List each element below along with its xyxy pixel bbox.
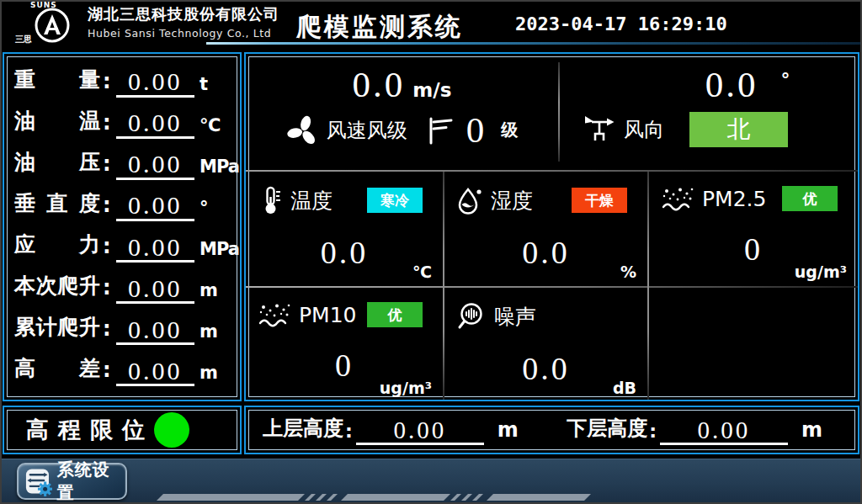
settings-sliders-icon bbox=[24, 466, 52, 496]
sensor-unit: ug/m³ bbox=[380, 379, 432, 397]
metric-unit: MPa bbox=[200, 157, 231, 177]
lower-height-label: 下层高度 bbox=[567, 415, 647, 442]
upper-height-underline: 0.00 bbox=[356, 417, 484, 445]
status-badge: 寒冷 bbox=[367, 188, 423, 213]
metric-underline: 0.00 bbox=[116, 234, 194, 263]
wind-speed-unit: m/s bbox=[412, 79, 451, 101]
metric-label: 重 量 bbox=[14, 66, 100, 93]
upper-height-value: 0.00 bbox=[393, 416, 446, 443]
metric-value: 0.00 bbox=[128, 67, 183, 95]
water-drop-icon bbox=[456, 185, 483, 215]
colon: : bbox=[103, 111, 111, 135]
metric-underline: 0.00 bbox=[116, 68, 194, 98]
header-divider bbox=[206, 42, 862, 45]
colon: : bbox=[103, 235, 111, 258]
metric-row-verticality: 垂直度: 0.00 ° bbox=[14, 189, 231, 221]
elevation-limit-status-light bbox=[154, 412, 189, 448]
layer-height-box: 上层高度: 0.00 m 下层高度: 0.00 m bbox=[244, 406, 859, 454]
header: SUNS 三思 湖北三思科技股份有限公司 Hubei Sansi Technol… bbox=[0, 0, 862, 48]
sensor-cell-temperature: 温度 寒冷 0.0 ℃ bbox=[246, 172, 443, 286]
decor-slash bbox=[305, 494, 316, 501]
metric-unit: m bbox=[200, 321, 231, 342]
decor-slash bbox=[472, 494, 483, 501]
decor-slash bbox=[327, 494, 338, 501]
metric-label: 垂直度 bbox=[14, 189, 100, 217]
metric-value: 0.00 bbox=[128, 233, 183, 261]
metric-row-current-climb: 本次爬升: 0.00 m bbox=[14, 272, 231, 304]
metric-underline: 0.00 bbox=[116, 109, 194, 139]
decor-slash bbox=[450, 494, 461, 501]
decor-slash bbox=[461, 494, 472, 501]
company-name-block: 湖北三思科技股份有限公司 Hubei Sansi Technology Co.,… bbox=[88, 5, 279, 40]
metric-label: 应 力 bbox=[14, 231, 100, 258]
particles-icon bbox=[258, 301, 291, 328]
upper-height-label: 上层高度 bbox=[263, 415, 343, 442]
metric-label: 油 压 bbox=[14, 148, 100, 176]
fan-icon bbox=[286, 114, 320, 147]
metric-value: 0.00 bbox=[128, 274, 183, 302]
wind-level-flag-icon bbox=[426, 115, 455, 146]
wind-level-value: 0 bbox=[466, 112, 485, 148]
metric-unit: m bbox=[200, 280, 231, 300]
system-settings-label: 系统设置 bbox=[57, 459, 125, 504]
colon: : bbox=[103, 317, 111, 341]
metric-underline: 0.00 bbox=[116, 192, 194, 221]
sensor-unit: % bbox=[620, 263, 636, 281]
noise-meter-icon bbox=[456, 301, 487, 332]
metric-unit: m bbox=[200, 363, 231, 383]
sensor-unit: dB bbox=[613, 379, 636, 397]
particles-icon bbox=[661, 185, 694, 212]
metric-value: 0.00 bbox=[128, 150, 183, 178]
metric-unit: ° bbox=[200, 198, 231, 218]
wind-direction-block: 0.0 ° 风向 北 bbox=[560, 54, 858, 170]
sensor-cell-pm10: PM10 优 0 ug/m³ bbox=[246, 288, 443, 402]
elevation-limit-box: 高程限位 bbox=[3, 406, 242, 454]
logo-text-sansi: 三思 bbox=[15, 34, 32, 45]
metric-value: 0.00 bbox=[128, 316, 183, 343]
lower-height-value: 0.00 bbox=[698, 416, 751, 443]
wind-speed-value: 0.0 bbox=[353, 66, 406, 103]
sensor-unit: ℃ bbox=[412, 263, 432, 281]
company-logo: SUNS 三思 bbox=[13, 1, 82, 47]
colon: : bbox=[103, 358, 111, 382]
wind-speed-block: 0.0 m/s 风速风级 bbox=[246, 54, 558, 170]
colon: : bbox=[103, 276, 111, 300]
decor-bar bbox=[157, 494, 305, 501]
colon: : bbox=[103, 152, 111, 176]
metric-row-oil-pressure: 油 压: 0.00 MPa bbox=[14, 148, 231, 180]
metrics-panel: 重 量: 0.00 t 油 温: 0.00 ℃ 油 压: 0.00 MPa 垂直… bbox=[3, 52, 242, 401]
sensor-label: 噪声 bbox=[494, 303, 536, 331]
sensor-label: PM2.5 bbox=[702, 187, 766, 211]
metric-unit: ℃ bbox=[200, 115, 231, 135]
metric-label: 累计爬升 bbox=[14, 313, 100, 341]
sensor-label: 湿度 bbox=[491, 187, 533, 215]
metric-row-oil-temp: 油 温: 0.00 ℃ bbox=[14, 107, 231, 139]
sensor-cell-noise: 噪声 0.0 dB bbox=[444, 288, 647, 402]
sensor-label: PM10 bbox=[299, 303, 356, 327]
sensor-cell-empty bbox=[649, 288, 858, 402]
metric-underline: 0.00 bbox=[116, 316, 194, 346]
wind-direction-badge: 北 bbox=[689, 112, 788, 147]
metric-unit: MPa bbox=[200, 239, 231, 259]
upper-height-unit: m bbox=[498, 418, 519, 442]
sensor-label: 温度 bbox=[290, 187, 333, 215]
metric-row-weight: 重 量: 0.00 t bbox=[14, 66, 231, 98]
metric-row-total-climb: 累计爬升: 0.00 m bbox=[14, 313, 231, 345]
metric-value: 0.00 bbox=[128, 357, 183, 385]
wind-direction-label: 风向 bbox=[624, 116, 664, 143]
colon: : bbox=[345, 421, 353, 442]
datetime-display: 2023-04-17 16:29:10 bbox=[515, 13, 727, 34]
upper-height-group: 上层高度: 0.00 m bbox=[263, 415, 519, 445]
wind-speed-label: 风速风级 bbox=[327, 117, 407, 144]
metric-unit: t bbox=[200, 74, 231, 94]
metric-label: 本次爬升 bbox=[14, 272, 100, 300]
sensor-unit: ug/m³ bbox=[795, 263, 847, 281]
metric-label: 高 差 bbox=[14, 354, 100, 382]
system-settings-button[interactable]: 系统设置 bbox=[17, 463, 127, 500]
metric-underline: 0.00 bbox=[116, 151, 194, 180]
metric-row-height-diff: 高 差: 0.00 m bbox=[14, 354, 231, 386]
metric-value: 0.00 bbox=[128, 109, 183, 136]
thermometer-icon bbox=[258, 185, 283, 215]
sensor-cell-humidity: 湿度 干燥 0.0 % bbox=[444, 172, 647, 286]
status-badge: 干燥 bbox=[572, 188, 627, 213]
